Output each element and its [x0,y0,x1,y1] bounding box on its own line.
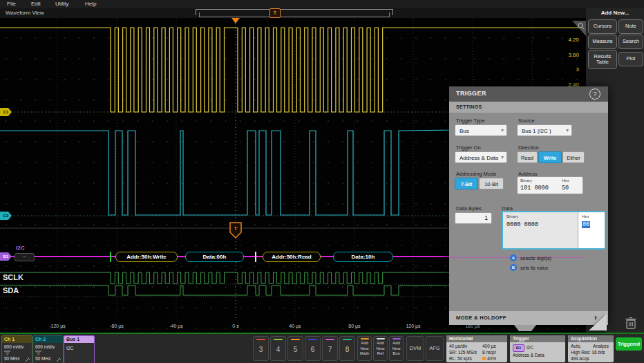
bus-i2c-label[interactable]: I2C [16,245,24,251]
time-axis-label: 40 µs [278,324,312,328]
addressing-mode-label: Addressing Mode [456,171,496,177]
help-icon[interactable]: ? [589,89,600,100]
bus-collapsed-box[interactable]: ‒ [15,253,35,261]
addressing-7bit-button[interactable]: 7-Bit [455,178,478,189]
address-hex-value[interactable]: 50 [562,185,569,192]
results-table-button[interactable]: Results Table [588,50,617,69]
ch2-scale: 600 m/div [35,344,55,349]
acquisition-readout[interactable]: Acquisition Auto, Analyze High Res: 16 b… [568,335,614,362]
scale-label: 3 [543,66,579,73]
plot-button[interactable]: Plot [618,52,643,66]
direction-read-button[interactable]: Read [517,151,538,163]
zoom-corner-fold[interactable] [572,21,586,36]
afg-button[interactable]: AFG [426,336,444,361]
menu-item-file[interactable]: File [7,1,16,7]
panel-page-curl[interactable] [589,314,607,331]
tab-settings[interactable]: SETTINGS [449,102,608,113]
dvm-button[interactable]: DVM [406,336,424,361]
channel-5-button[interactable]: 5 [287,336,303,361]
channel-6-button[interactable]: 6 [305,336,321,361]
menu-item-edit[interactable]: Edit [31,1,41,7]
trigger-on-dropdown[interactable]: Address & Data [455,151,507,163]
data-binary-label: Binary [506,214,518,218]
channel-4-button[interactable]: 4 [270,336,286,361]
data-binary-value[interactable]: 0000 0000 [506,221,538,228]
ch1-scale: 600 m/div [4,344,23,349]
trigger-type-label: Trigger Type [456,118,485,124]
add-new-title: Add New... [586,10,644,16]
trigger-panel-header[interactable]: TRIGGER ? [449,86,608,102]
time-axis-label: -120 µs [40,324,75,328]
scale-label: 3.60 [543,52,579,58]
source-label: Source [518,118,535,124]
menu-bar: File Edit Utility Help [0,0,644,8]
knob-a-icon: A [510,254,517,261]
sda-label[interactable]: SDA [3,286,19,295]
direction-label: Direction [518,145,539,151]
tab-waveform-view[interactable]: Waveform View [6,10,44,16]
ch2-badge[interactable]: Ch 2 600 m/div 50 MHz [32,335,64,363]
data-field[interactable]: Binary 0000 0000 Hex 00 [502,211,605,250]
decode-box-data-10: Data:10h [333,252,393,262]
ground-coupling-icon [35,351,41,355]
addressing-10bit-button[interactable]: 10-Bit [479,178,504,189]
bus1-badge[interactable]: Bus 1 I2C [64,335,95,363]
horizontal-title: Horizontal [446,335,507,342]
address-binary-value[interactable]: 101 0000 [520,185,549,192]
mode-holdoff-label: MODE & HOLDOFF [456,315,506,321]
search-button[interactable]: Search [618,35,643,49]
time-axis-label: 80 µs [337,324,372,328]
address-hex-label: Hex [562,178,569,183]
add-new-bus-button[interactable]: Add New Bus [389,336,404,361]
ch1-badge[interactable]: Ch 1 600 m/div 50 MHz [1,335,32,363]
tab-bar: Waveform View T [0,8,586,19]
probe-icon [25,357,30,362]
decode-box-addr-write: Addr:50h:Write [115,252,178,262]
trash-icon[interactable] [623,315,638,331]
add-new-ref-button[interactable]: Add New Ref [373,336,388,361]
sclk-label[interactable]: SCLK [3,273,23,281]
measure-button[interactable]: Measure [588,35,617,49]
trigger-on-label: Trigger On [456,145,481,151]
bus-line-through-panel [449,257,585,258]
menu-item-utility[interactable]: Utility [55,1,69,7]
ch1-badge-title: Ch 1 [2,336,32,343]
horizontal-readout[interactable]: Horizontal 40 µs/div 400 µs SR: 125 MS/s… [446,335,507,362]
channel-7-button[interactable]: 7 [322,336,338,361]
direction-write-button[interactable]: Write [538,151,562,163]
acquisition-title: Acquisition [568,335,614,342]
trigger-settings-panel: TRIGGER ? SETTINGS Trigger Type Bus Sour… [449,86,608,325]
source-dropdown[interactable]: Bus 1 (I2C ) [517,124,572,136]
cursors-button[interactable]: Cursors [588,19,617,34]
compress-percent: 40% [482,356,496,361]
menu-item-help[interactable]: Help [85,1,96,7]
overview-trigger-handle[interactable]: T [269,8,281,18]
data-bytes-field[interactable]: 1 [455,212,492,224]
time-axis-label: -40 µs [159,324,193,328]
bus1-badge-title: Bus 1 [64,336,94,343]
channel-3-button[interactable]: 3 [253,336,269,361]
trigger-t-label: T [234,225,238,232]
ch2-bandwidth: 50 MHz [35,356,50,361]
knob-a-hint: selects digit(s) [520,256,551,261]
note-button[interactable]: Note [618,19,643,34]
data-hex-value-selected[interactable]: 00 [582,221,590,228]
data-bytes-label: Data Bytes [456,205,482,212]
direction-either-button[interactable]: Either [562,151,585,163]
trigger-type-dropdown[interactable]: Bus [455,124,507,136]
knob-b-hint: sets its value [520,266,548,270]
time-axis-label: -80 µs [100,324,134,328]
trigger-readout-title: Trigger [510,335,565,342]
add-new-math-button[interactable]: Add New Math [357,336,372,361]
mode-holdoff-bar[interactable]: MODE & HOLDOFF › [449,311,608,325]
ground-coupling-icon [4,351,10,355]
trigger-panel-title: TRIGGER [456,90,486,97]
ch1-bandwidth: 50 MHz [4,356,19,361]
trigger-readout[interactable]: Trigger B1 I2C Address & Data [510,335,565,362]
probe-icon [56,357,61,362]
address-field[interactable]: Binary 101 0000 Hex 50 [517,176,583,194]
overview-zoom-bracket-inner[interactable] [199,12,390,17]
oscilloscope-app: File Edit Utility Help Waveform View T A… [0,0,644,363]
channel-8-button[interactable]: 8 [339,336,355,361]
trigger-top-arrow-icon[interactable] [231,18,240,24]
